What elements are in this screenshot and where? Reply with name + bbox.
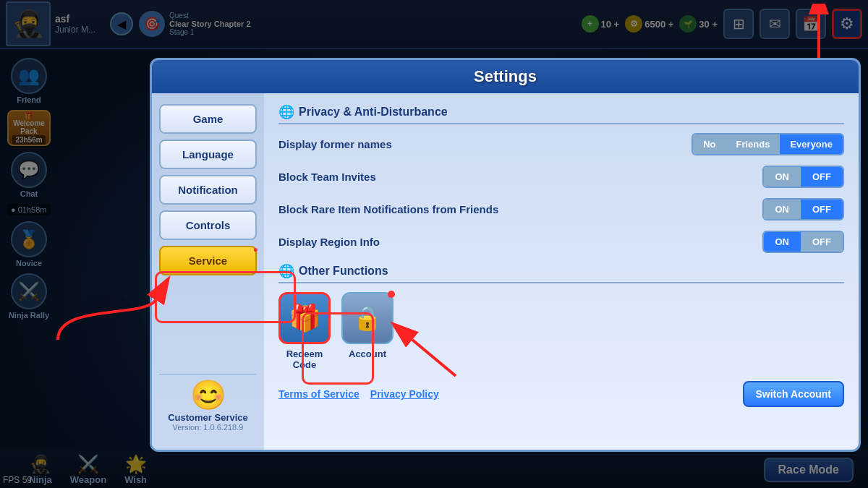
account-dot: [388, 291, 395, 298]
settings-content: 🌐 Privacy & Anti-Disturbance Display for…: [264, 93, 859, 450]
toggle-friends[interactable]: Friends: [726, 134, 780, 154]
display-region-row: Display Region Info ON OFF: [278, 231, 844, 253]
privacy-section-title: 🌐 Privacy & Anti-Disturbance: [278, 104, 844, 124]
display-former-names-toggle: No Friends Everyone: [692, 133, 844, 155]
redeem-code-label: RedeemCode: [286, 348, 323, 370]
tab-controls[interactable]: Controls: [159, 210, 257, 240]
account-icon: 🔒: [353, 304, 382, 332]
block-rare-label: Block Rare Item Notifications from Frien…: [278, 203, 762, 215]
privacy-policy-link[interactable]: Privacy Policy: [370, 388, 439, 400]
settings-title-bar: Settings: [152, 60, 859, 93]
display-region-label: Display Region Info: [278, 236, 762, 248]
redeem-code-icon-box: 🎁: [278, 292, 331, 344]
block-rare-on[interactable]: ON: [764, 200, 801, 219]
display-region-off[interactable]: OFF: [801, 232, 843, 252]
other-functions-title-text: Other Functions: [299, 265, 388, 278]
display-former-names-row: Display former names No Friends Everyone: [278, 133, 844, 155]
terms-of-service-link[interactable]: Terms of Service: [278, 388, 359, 400]
toggle-everyone[interactable]: Everyone: [780, 134, 843, 154]
cs-avatar: 😊: [166, 380, 250, 409]
other-functions-section: 🌐 Other Functions 🎁 RedeemCode 🔒: [278, 263, 844, 407]
cs-label: Customer Service: [166, 412, 250, 423]
block-team-invites-row: Block Team Invites ON OFF: [278, 166, 844, 188]
block-rare-toggle: ON OFF: [762, 198, 845, 221]
tab-game[interactable]: Game: [159, 104, 257, 134]
functions-grid: 🎁 RedeemCode 🔒 Account: [278, 292, 844, 370]
switch-account-button[interactable]: Switch Account: [743, 381, 845, 407]
block-team-invites-off[interactable]: OFF: [801, 167, 843, 187]
block-team-invites-toggle: ON OFF: [762, 166, 845, 188]
toggle-no[interactable]: No: [693, 134, 726, 154]
display-former-names-label: Display former names: [278, 138, 692, 150]
block-team-invites-on[interactable]: ON: [764, 167, 801, 187]
privacy-title-text: Privacy & Anti-Disturbance: [299, 106, 448, 119]
other-functions-icon: 🌐: [278, 263, 294, 279]
block-team-invites-label: Block Team Invites: [278, 171, 762, 183]
other-functions-title: 🌐 Other Functions: [278, 263, 844, 283]
settings-body: Game Language Notification Controls Serv…: [152, 93, 859, 450]
customer-service-area: 😊 Customer Service Version: 1.0.6.218.9: [159, 374, 257, 439]
block-rare-off[interactable]: OFF: [801, 200, 843, 219]
display-region-on[interactable]: ON: [764, 232, 801, 252]
tab-service[interactable]: Service: [159, 246, 257, 275]
account-label: Account: [349, 348, 386, 359]
account-item[interactable]: 🔒 Account: [341, 292, 393, 370]
bottom-links: Terms of Service Privacy Policy Switch A…: [278, 381, 844, 407]
settings-tabs: Game Language Notification Controls Serv…: [152, 93, 264, 450]
settings-modal: Settings Game Language Notification Cont…: [150, 58, 861, 452]
tab-notification[interactable]: Notification: [159, 175, 257, 205]
block-rare-row: Block Rare Item Notifications from Frien…: [278, 198, 844, 221]
redeem-code-item[interactable]: 🎁 RedeemCode: [278, 292, 331, 370]
settings-title: Settings: [474, 67, 537, 85]
cs-version: Version: 1.0.6.218.9: [166, 423, 250, 432]
tab-language[interactable]: Language: [159, 140, 257, 169]
display-region-toggle: ON OFF: [762, 231, 845, 253]
account-icon-box: 🔒: [341, 292, 393, 344]
privacy-icon: 🌐: [278, 104, 294, 120]
